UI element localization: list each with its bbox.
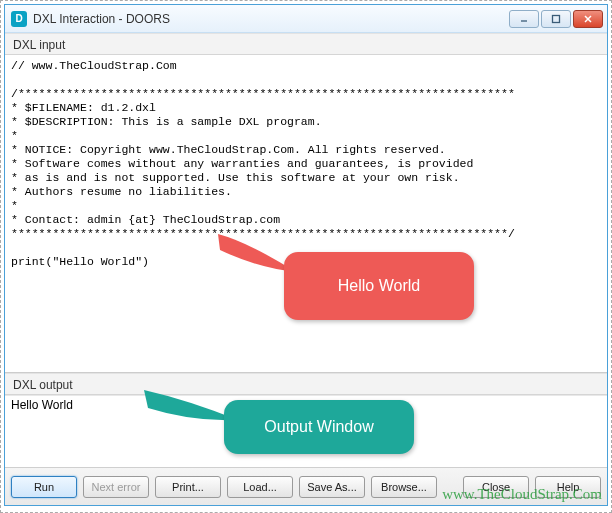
svg-rect-1 — [553, 15, 560, 22]
save-as-button[interactable]: Save As... — [299, 476, 365, 498]
dxl-input-textarea[interactable]: // www.TheCloudStrap.Com /**************… — [5, 55, 607, 373]
callout-hello-world: Hello World — [284, 252, 474, 320]
browse-button[interactable]: Browse... — [371, 476, 437, 498]
callout-output-window: Output Window — [224, 400, 414, 454]
callout-green-text: Output Window — [264, 418, 373, 436]
print-button[interactable]: Print... — [155, 476, 221, 498]
minimize-button[interactable] — [509, 10, 539, 28]
callout-red-text: Hello World — [338, 277, 420, 295]
output-text: Hello World — [11, 398, 73, 412]
next-error-button[interactable]: Next error — [83, 476, 149, 498]
output-section-label: DXL output — [5, 373, 607, 395]
watermark: www.TheCloudStrap.Com — [442, 486, 602, 503]
close-window-button[interactable] — [573, 10, 603, 28]
app-icon: D — [11, 11, 27, 27]
run-button[interactable]: Run — [11, 476, 77, 498]
maximize-button[interactable] — [541, 10, 571, 28]
window-controls — [509, 10, 603, 28]
load-button[interactable]: Load... — [227, 476, 293, 498]
titlebar[interactable]: D DXL Interaction - DOORS — [5, 5, 607, 33]
window-title: DXL Interaction - DOORS — [33, 12, 509, 26]
input-section-label: DXL input — [5, 33, 607, 55]
